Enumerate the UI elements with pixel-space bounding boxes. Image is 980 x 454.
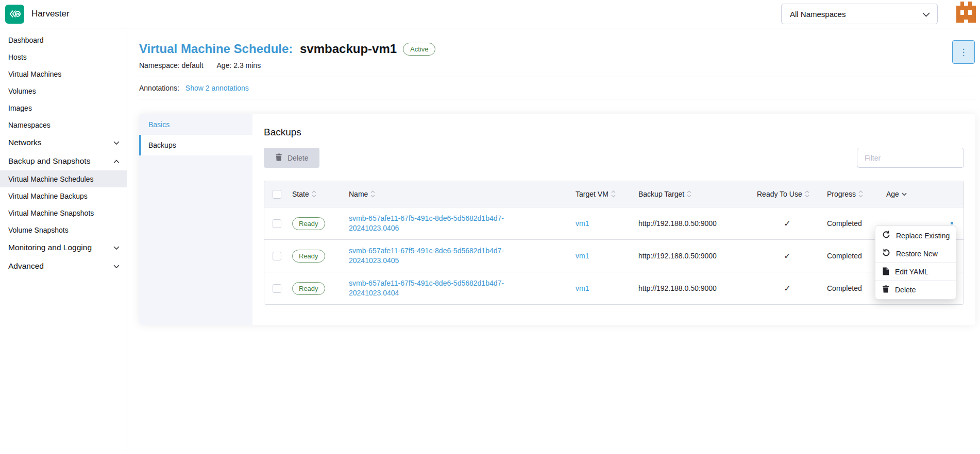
sidebar-item-dashboard[interactable]: Dashboard (0, 31, 127, 48)
target-vm-link[interactable]: vm1 (576, 252, 589, 260)
sidebar-item-virtual-machine-backups[interactable]: Virtual Machine Backups (0, 187, 127, 204)
resource-meta: Namespace: default Age: 2.3 mins (128, 56, 980, 69)
annotations-label: Annotations: (139, 84, 179, 92)
show-annotations-link[interactable]: Show 2 annotations (185, 84, 249, 92)
column-label: Backup Target (638, 190, 684, 198)
progress-value: Completed (827, 219, 862, 228)
column-header-name[interactable]: Name (344, 181, 570, 207)
page-actions-kebab-button[interactable]: ⋮ (952, 40, 975, 64)
page-title: Virtual Machine Schedule: svmbackup-vm1 (139, 42, 397, 56)
select-all-checkbox[interactable] (273, 190, 281, 199)
backup-name-line1: svmb-657afe11-67f5-491c-8de6-5d5682d1b4d… (349, 246, 504, 256)
menu-item-label: Restore New (896, 250, 938, 258)
sidebar-item-virtual-machine-snapshots[interactable]: Virtual Machine Snapshots (0, 204, 127, 221)
column-header-progress[interactable]: Progress (822, 181, 881, 207)
sidebar-item-label: Virtual Machine Schedules (8, 175, 94, 183)
sidebar-group-label: Advanced (8, 261, 44, 271)
menu-item-replace-existing[interactable]: Replace Existing (875, 226, 956, 245)
menu-item-label: Replace Existing (896, 232, 950, 240)
app-header: Harvester All Namespaces (0, 0, 980, 28)
sidebar-nav: Dashboard Hosts Virtual Machines Volumes… (0, 28, 127, 454)
sidebar-item-hosts[interactable]: Hosts (0, 48, 127, 65)
menu-item-restore-new[interactable]: Restore New (875, 245, 956, 263)
check-icon: ✓ (784, 284, 790, 293)
delete-button[interactable]: Delete (264, 148, 319, 168)
sort-icon (805, 190, 809, 198)
column-header-ready-to-use[interactable]: Ready To Use (752, 181, 822, 207)
sidebar-item-virtual-machine-schedules[interactable]: Virtual Machine Schedules (0, 170, 127, 187)
delete-button-label: Delete (288, 154, 308, 162)
filter-input[interactable] (857, 148, 964, 168)
progress-value: Completed (827, 284, 862, 292)
sidebar-group-backup-and-snapshots[interactable]: Backup and Snapshots (0, 152, 127, 170)
sort-desc-icon (902, 193, 907, 196)
sidebar-item-label: Dashboard (8, 36, 44, 44)
backup-name-link[interactable]: svmb-657afe11-67f5-491c-8de6-5d5682d1b4d… (349, 278, 504, 298)
column-label: State (292, 190, 309, 198)
tab-backups[interactable]: Backups (139, 135, 252, 155)
column-header-target-vm[interactable]: Target VM (570, 181, 633, 207)
tab-label: Basics (148, 120, 170, 129)
state-badge: Ready (292, 217, 325, 230)
sidebar-item-label: Virtual Machine Snapshots (8, 209, 94, 217)
select-all-header (264, 181, 287, 207)
brand-home-link[interactable]: Harvester (0, 5, 70, 24)
sidebar-item-virtual-machines[interactable]: Virtual Machines (0, 65, 127, 82)
sidebar-item-label: Volume Snapshots (8, 226, 69, 234)
chevron-down-icon (922, 10, 930, 19)
page-title-prefix: Virtual Machine Schedule: (139, 42, 293, 56)
target-vm-link[interactable]: vm1 (576, 219, 589, 228)
sidebar-group-advanced[interactable]: Advanced (0, 257, 127, 275)
backups-heading: Backups (264, 127, 964, 138)
app-title: Harvester (31, 9, 70, 19)
table-row: Ready svmb-657afe11-67f5-491c-8de6-5d568… (264, 207, 964, 239)
sidebar-group-networks[interactable]: Networks (0, 133, 127, 152)
state-badge: Ready (292, 250, 325, 263)
menu-item-delete[interactable]: Delete (875, 281, 956, 299)
backup-name-link[interactable]: svmb-657afe11-67f5-491c-8de6-5d5682d1b4d… (349, 246, 504, 266)
column-header-backup-target[interactable]: Backup Target (633, 181, 752, 207)
menu-item-label: Delete (895, 286, 916, 294)
table-header-row: State Name Target VM Backup Target Ready… (264, 181, 964, 207)
target-vm-link[interactable]: vm1 (576, 284, 589, 292)
backup-name-line2: 20241023.0404 (349, 288, 504, 298)
age-meta: Age: 2.3 mins (217, 61, 261, 69)
status-badge: Active (403, 43, 435, 56)
sidebar-item-volumes[interactable]: Volumes (0, 82, 127, 99)
namespace-select-value: All Namespaces (790, 10, 846, 19)
column-label: Target VM (576, 190, 609, 198)
kebab-icon: ⋮ (959, 47, 968, 58)
tab-basics[interactable]: Basics (139, 114, 252, 135)
backup-target-value: http://192.188.0.50:9000 (638, 219, 717, 228)
row-checkbox[interactable] (273, 284, 281, 293)
chevron-up-icon (113, 156, 120, 166)
backup-target-value: http://192.188.0.50:9000 (638, 252, 717, 260)
row-checkbox[interactable] (273, 219, 281, 228)
user-avatar[interactable] (956, 2, 976, 23)
row-kebab-button[interactable] (951, 222, 953, 224)
sidebar-item-images[interactable]: Images (0, 99, 127, 116)
column-header-age[interactable]: Age (881, 181, 964, 207)
check-icon: ✓ (784, 219, 790, 228)
backups-table: State Name Target VM Backup Target Ready… (264, 181, 964, 305)
trash-icon (275, 153, 282, 163)
namespace-select[interactable]: All Namespaces (781, 4, 938, 24)
menu-item-edit-yaml[interactable]: Edit YAML (875, 263, 956, 281)
sidebar-group-label: Backup and Snapshots (8, 156, 90, 166)
sidebar-item-namespaces[interactable]: Namespaces (0, 116, 127, 133)
chevron-down-icon (113, 138, 120, 147)
sort-icon (370, 190, 375, 198)
backup-name-line2: 20241023.0405 (349, 256, 504, 266)
sort-icon (312, 190, 316, 198)
sidebar-item-volume-snapshots[interactable]: Volume Snapshots (0, 221, 127, 238)
sidebar-item-label: Namespaces (8, 121, 50, 129)
row-checkbox[interactable] (273, 252, 281, 260)
column-label: Name (349, 190, 368, 198)
sidebar-group-monitoring-and-logging[interactable]: Monitoring and Logging (0, 238, 127, 257)
menu-item-label: Edit YAML (895, 268, 928, 276)
backup-name-link[interactable]: svmb-657afe11-67f5-491c-8de6-5d5682d1b4d… (349, 214, 504, 233)
main-content: Virtual Machine Schedule: svmbackup-vm1 … (128, 28, 980, 454)
backup-name-line1: svmb-657afe11-67f5-491c-8de6-5d5682d1b4d… (349, 214, 504, 223)
column-header-state[interactable]: State (287, 181, 344, 207)
trash-icon (882, 285, 889, 294)
